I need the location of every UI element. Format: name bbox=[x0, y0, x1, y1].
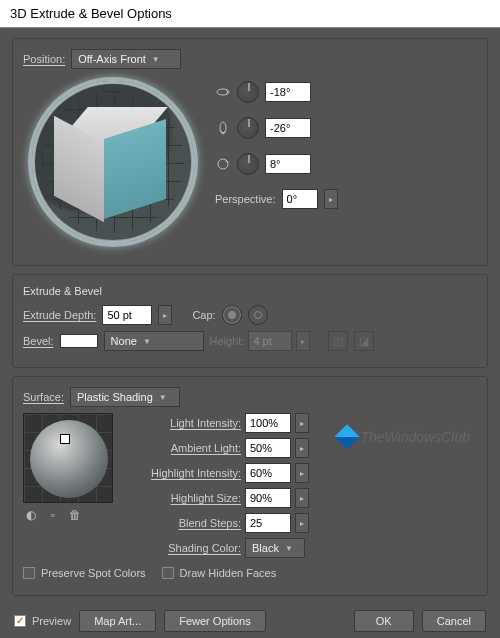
rotate-z-input[interactable] bbox=[265, 154, 311, 174]
highlight-size-stepper[interactable]: ▸ bbox=[295, 488, 309, 508]
svg-point-0 bbox=[217, 89, 229, 95]
bevel-swatch bbox=[60, 334, 98, 348]
preview-label: Preview bbox=[32, 615, 71, 627]
blend-steps-label: Blend Steps: bbox=[123, 517, 241, 529]
extrude-depth-stepper[interactable]: ▸ bbox=[158, 305, 172, 325]
dialog-title: 3D Extrude & Bevel Options bbox=[0, 0, 500, 28]
bevel-dropdown[interactable]: None ▼ bbox=[104, 331, 204, 351]
bevel-extent-in-button: ◫ bbox=[328, 331, 348, 351]
perspective-input[interactable] bbox=[282, 189, 318, 209]
svg-point-1 bbox=[220, 122, 226, 134]
rotate-y-icon bbox=[215, 120, 231, 136]
delete-light-icon[interactable]: 🗑 bbox=[67, 507, 83, 523]
chevron-down-icon: ▼ bbox=[159, 393, 167, 402]
highlight-size-input[interactable] bbox=[245, 488, 291, 508]
bevel-label: Bevel: bbox=[23, 335, 54, 347]
position-label: Position: bbox=[23, 53, 65, 65]
surface-dropdown[interactable]: Plastic Shading ▼ bbox=[70, 387, 180, 407]
dialog-footer: Preview Map Art... Fewer Options OK Canc… bbox=[12, 604, 488, 638]
extrude-section-title: Extrude & Bevel bbox=[23, 285, 477, 297]
position-panel: Position: Off-Axis Front ▼ bbox=[12, 38, 488, 266]
perspective-stepper[interactable]: ▸ bbox=[324, 189, 338, 209]
ok-button[interactable]: OK bbox=[354, 610, 414, 632]
preserve-spot-colors-checkbox[interactable]: Preserve Spot Colors bbox=[23, 567, 146, 579]
bevel-height-stepper: ▸ bbox=[296, 331, 310, 351]
highlight-intensity-label: Highlight Intensity: bbox=[123, 467, 241, 479]
light-intensity-input[interactable] bbox=[245, 413, 291, 433]
preview-checkbox[interactable]: Preview bbox=[14, 615, 71, 627]
bevel-height-input bbox=[248, 331, 292, 351]
light-sphere-control[interactable] bbox=[23, 413, 113, 503]
light-intensity-label: Light Intensity: bbox=[123, 417, 241, 429]
surface-value: Plastic Shading bbox=[77, 391, 153, 403]
map-art-button[interactable]: Map Art... bbox=[79, 610, 156, 632]
rotate-z-dial[interactable] bbox=[237, 153, 259, 175]
draw-hidden-faces-checkbox[interactable]: Draw Hidden Faces bbox=[162, 567, 277, 579]
blend-steps-input[interactable] bbox=[245, 513, 291, 533]
ambient-light-label: Ambient Light: bbox=[123, 442, 241, 454]
ambient-light-stepper[interactable]: ▸ bbox=[295, 438, 309, 458]
fewer-options-button[interactable]: Fewer Options bbox=[164, 610, 266, 632]
extrude-depth-label: Extrude Depth: bbox=[23, 309, 96, 321]
preserve-spot-label: Preserve Spot Colors bbox=[41, 567, 146, 579]
bevel-extent-out-button: ◪ bbox=[354, 331, 374, 351]
checkbox-icon bbox=[23, 567, 35, 579]
highlight-intensity-input[interactable] bbox=[245, 463, 291, 483]
rotate-y-input[interactable] bbox=[265, 118, 311, 138]
perspective-label: Perspective: bbox=[215, 193, 276, 205]
new-light-icon[interactable]: ▫ bbox=[45, 507, 61, 523]
bevel-height-label: Height: bbox=[210, 335, 245, 347]
cancel-button[interactable]: Cancel bbox=[422, 610, 486, 632]
position-dropdown[interactable]: Off-Axis Front ▼ bbox=[71, 49, 181, 69]
rotate-x-input[interactable] bbox=[265, 82, 311, 102]
draw-hidden-label: Draw Hidden Faces bbox=[180, 567, 277, 579]
bevel-value: None bbox=[111, 335, 137, 347]
shading-color-value: Black bbox=[252, 542, 279, 554]
shading-color-label: Shading Color: bbox=[123, 542, 241, 554]
rotation-preview[interactable] bbox=[23, 75, 203, 255]
surface-panel: Surface: Plastic Shading ▼ ◐ ▫ 🗑 bbox=[12, 376, 488, 596]
cap-off-button[interactable] bbox=[248, 305, 268, 325]
chevron-down-icon: ▼ bbox=[152, 55, 160, 64]
rotate-x-dial[interactable] bbox=[237, 81, 259, 103]
blend-steps-stepper[interactable]: ▸ bbox=[295, 513, 309, 533]
checkbox-checked-icon bbox=[14, 615, 26, 627]
highlight-intensity-stepper[interactable]: ▸ bbox=[295, 463, 309, 483]
light-intensity-stepper[interactable]: ▸ bbox=[295, 413, 309, 433]
chevron-down-icon: ▼ bbox=[285, 544, 293, 553]
chevron-down-icon: ▼ bbox=[143, 337, 151, 346]
cap-on-button[interactable] bbox=[222, 305, 242, 325]
highlight-size-label: Highlight Size: bbox=[123, 492, 241, 504]
checkbox-icon bbox=[162, 567, 174, 579]
extrude-depth-input[interactable] bbox=[102, 305, 152, 325]
ambient-light-input[interactable] bbox=[245, 438, 291, 458]
surface-label: Surface: bbox=[23, 391, 64, 403]
dialog-3d-extrude-bevel: 3D Extrude & Bevel Options Position: Off… bbox=[0, 0, 500, 638]
cap-label: Cap: bbox=[192, 309, 215, 321]
light-back-icon[interactable]: ◐ bbox=[23, 507, 39, 523]
position-value: Off-Axis Front bbox=[78, 53, 146, 65]
rotate-z-icon bbox=[215, 156, 231, 172]
rotate-x-icon bbox=[215, 84, 231, 100]
extrude-bevel-panel: Extrude & Bevel Extrude Depth: ▸ Cap: Be… bbox=[12, 274, 488, 368]
shading-color-dropdown[interactable]: Black ▼ bbox=[245, 538, 305, 558]
rotate-y-dial[interactable] bbox=[237, 117, 259, 139]
